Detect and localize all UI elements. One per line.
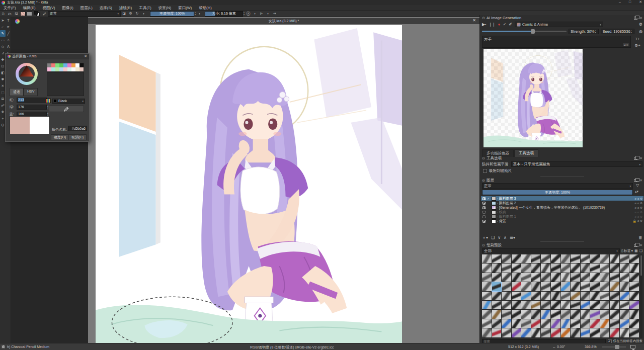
- layer-unlock-icon[interactable]: ⌀: [635, 206, 636, 209]
- brush-preset[interactable]: [581, 319, 590, 328]
- generation-preview-image[interactable]: [484, 49, 583, 147]
- brush-preset[interactable]: [551, 310, 560, 318]
- brush-preset[interactable]: [551, 282, 560, 291]
- accept-button[interactable]: ✓: [503, 22, 506, 27]
- brush-preset[interactable]: [571, 264, 580, 272]
- layer-settings-icon[interactable]: ⚙: [640, 215, 642, 218]
- polygon-tool-icon[interactable]: ◇: [0, 43, 6, 50]
- palette-swatch[interactable]: [59, 67, 63, 71]
- brush-preset[interactable]: [551, 301, 560, 309]
- polyline-tool-icon[interactable]: A: [6, 43, 11, 50]
- mirror-caret2-icon[interactable]: ▾: [266, 12, 270, 16]
- opacity-slider[interactable]: 不透明度: 100%: [150, 11, 194, 17]
- brush-preset[interactable]: [541, 292, 550, 300]
- brush-preset[interactable]: [561, 301, 571, 309]
- brush-preset[interactable]: [502, 254, 511, 263]
- palette-icon[interactable]: [46, 99, 51, 103]
- palette-dropdown[interactable]: Black ▾: [52, 99, 85, 104]
- brush-preset[interactable]: [610, 273, 619, 282]
- palette-swatch[interactable]: [55, 67, 59, 71]
- brush-preset[interactable]: [600, 310, 610, 318]
- opacity-caret-icon[interactable]: ▾: [197, 12, 202, 16]
- brush-preset[interactable]: [502, 328, 511, 337]
- close-docker-icon[interactable]: ✕: [639, 156, 642, 160]
- palette-swatch[interactable]: [47, 63, 51, 67]
- layer-visibility-eye-icon[interactable]: [482, 220, 486, 223]
- layer-visibility-eye-icon[interactable]: [482, 197, 486, 200]
- grid-view-icon[interactable]: ▦: [634, 249, 638, 253]
- brush-preset[interactable]: [561, 328, 571, 337]
- layer-lock-icon[interactable]: 🔒: [632, 219, 636, 223]
- palette-swatch[interactable]: [75, 67, 79, 71]
- brush-preset[interactable]: [571, 254, 580, 263]
- alpha-lock-icon[interactable]: α: [637, 206, 639, 209]
- brush-preset[interactable]: [571, 292, 580, 300]
- brush-preset[interactable]: [561, 264, 571, 272]
- layer-unlock-icon[interactable]: ⌀: [635, 202, 636, 205]
- brush-preset[interactable]: [551, 328, 560, 337]
- layer-filter-icon[interactable]: ▽: [636, 183, 639, 188]
- freehand-brush-tool-icon[interactable]: ✎: [0, 30, 6, 37]
- color-wheel-icon[interactable]: [15, 19, 20, 24]
- brush-preset[interactable]: [521, 328, 531, 337]
- close-button[interactable]: ✕: [639, 0, 642, 4]
- brush-preset[interactable]: [492, 292, 502, 300]
- canvas[interactable]: [96, 25, 402, 343]
- line-tool-icon[interactable]: ╱: [6, 30, 11, 37]
- layer-visibility-eye-icon[interactable]: [482, 202, 486, 205]
- palette-swatch[interactable]: [63, 67, 67, 71]
- brush-preset[interactable]: [610, 310, 619, 318]
- brush-preset[interactable]: [571, 310, 580, 318]
- strength-slider[interactable]: [482, 31, 567, 32]
- current-brush-name[interactable]: h) Charcoal Pencil Medium: [7, 345, 49, 348]
- palette-swatch[interactable]: [51, 67, 55, 71]
- calligraphy-tool-icon[interactable]: ✒: [6, 24, 11, 30]
- brush-preset[interactable]: [590, 264, 600, 272]
- close-docker-icon[interactable]: ✕: [639, 179, 642, 183]
- brush-preset[interactable]: [571, 328, 580, 337]
- palette-swatch[interactable]: [55, 63, 59, 67]
- brush-preset[interactable]: [551, 254, 560, 263]
- brush-preset[interactable]: [571, 282, 580, 291]
- brush-preset[interactable]: [590, 328, 600, 337]
- preserve-alpha-icon[interactable]: ❁: [128, 12, 133, 16]
- brush-preset[interactable]: [541, 319, 550, 328]
- palette-swatch[interactable]: [79, 63, 84, 67]
- web-ui-icon[interactable]: ◍: [639, 29, 642, 34]
- layer-opacity-slider[interactable]: 不透明度: 100%: [482, 190, 633, 195]
- layer-settings-icon[interactable]: ⚙: [640, 219, 642, 223]
- alpha-lock-icon[interactable]: α: [637, 219, 639, 223]
- channel-input[interactable]: 213: [17, 98, 47, 103]
- menu-编辑[interactable]: 编辑(E): [20, 5, 39, 11]
- brush-preset[interactable]: [521, 292, 531, 300]
- brush-preset[interactable]: [482, 301, 492, 309]
- brush-preset[interactable]: [571, 273, 580, 282]
- brush-preset[interactable]: [502, 319, 511, 328]
- add-layer-button[interactable]: ＋▾: [482, 235, 488, 240]
- ai-settings-gear-icon[interactable]: ⚙: [639, 22, 642, 27]
- color-dialog-titlebar[interactable]: 选择颜色 - Krita ✕: [6, 54, 89, 59]
- brush-preset[interactable]: [492, 273, 502, 282]
- brush-preset[interactable]: [521, 301, 531, 309]
- menu-帮助[interactable]: 帮助(H): [195, 5, 215, 11]
- layer-unlock-icon[interactable]: ⌀: [635, 211, 636, 214]
- brush-preset[interactable]: [551, 264, 560, 272]
- brush-preset[interactable]: [590, 301, 600, 309]
- layer-visibility-eye-icon[interactable]: [482, 215, 486, 218]
- brush-preset[interactable]: [551, 319, 560, 328]
- document-close-icon[interactable]: ✕: [472, 18, 476, 23]
- brush-preset[interactable]: [600, 273, 610, 282]
- brush-preset[interactable]: [629, 328, 639, 337]
- brush-preset-thumbnail-icon[interactable]: [2, 345, 5, 348]
- new-document-icon[interactable]: 🗋: [1, 12, 6, 16]
- add-region-icon[interactable]: ⚙+: [634, 42, 641, 48]
- brush-preset[interactable]: [581, 292, 590, 300]
- channel-input[interactable]: 176: [17, 105, 47, 110]
- menu-设置[interactable]: 设置(N): [155, 5, 175, 11]
- brush-preset[interactable]: [610, 264, 619, 272]
- palette-swatch[interactable]: [67, 63, 71, 67]
- brush-preset[interactable]: [502, 292, 511, 300]
- brush-preset[interactable]: [512, 328, 521, 337]
- brush-preset[interactable]: [512, 264, 521, 272]
- live-paint-button[interactable]: ✐: [509, 22, 512, 27]
